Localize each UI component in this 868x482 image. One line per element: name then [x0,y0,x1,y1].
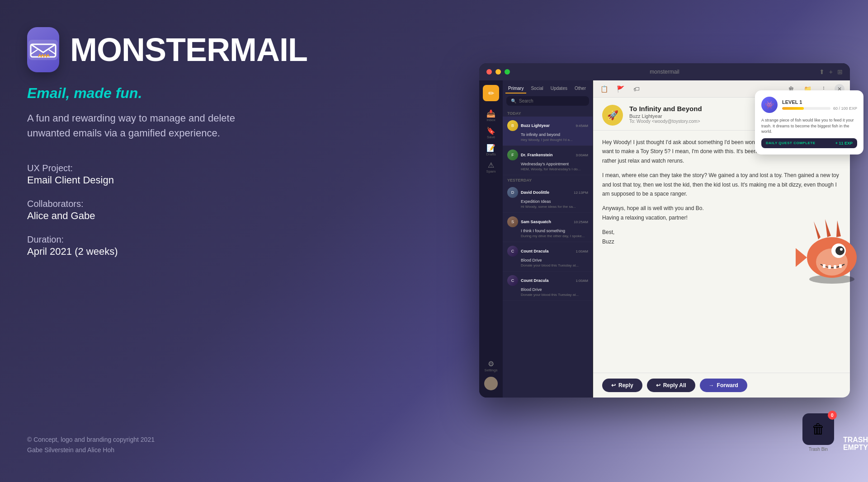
game-panel: 👾 LEVEL 1 60 / 100 EXP A strange piece o… [755,90,863,160]
icon-sidebar: ✏ 📥 Inbox 🔖 Save 📝 Drafts [479,80,503,398]
settings-icon: ⚙ [488,360,494,368]
sidebar-item-drafts[interactable]: 📝 Drafts [483,142,499,158]
save-icon: 🔖 [486,126,495,135]
quest-reward: + 11 EXP [835,141,853,145]
svg-rect-9 [828,265,831,269]
david-sender: David Doolittle [521,190,571,195]
quest-label: DAILY QUEST COMPLETE [766,141,816,145]
dracula2-subject: Blood Drive [507,287,588,292]
trash-bin-icon[interactable]: 🗑 0 [802,413,834,445]
sidebar-item-save[interactable]: 🔖 Save [483,125,499,141]
meta-collaborators: Collaborators: Alice and Gabe [27,199,307,222]
frank-time: 3:00AM [576,153,588,157]
david-time: 12:13PM [574,191,588,195]
dracula2-preview: Donate your blood this Tuesday at... [507,293,588,297]
project-label: UX Project: [27,163,307,173]
frank-avatar: F [507,150,518,160]
tab-other[interactable]: Other [572,84,589,94]
frank-sender: Dr. Frankenstein [521,153,573,157]
svg-point-7 [840,248,843,251]
close-dot[interactable] [486,69,492,75]
trash-bin-label: Trash Bin [809,447,828,452]
email-para-2: I mean, where else can they take the sto… [602,171,841,198]
sidebar-user-avatar[interactable] [484,377,498,390]
sidebar-spam-label: Spam [486,169,496,173]
buzz-preview: Hey Woody, I just thought I'd a... [507,138,588,142]
buzz-avatar: B [507,120,518,131]
trash-bin: 🗑 0 Trash Bin [802,413,834,452]
email-item-david[interactable]: D David Doolittle 12:13PM Expedition Ide… [503,183,593,213]
collaborators-label: Collaborators: [27,199,307,209]
grid-icon[interactable]: ⊞ [837,68,843,75]
sidebar-nav-group: 📥 Inbox 🔖 Save 📝 Drafts ⚠ [479,108,503,175]
trash-empty-area: TRASHEMPTY [843,436,868,452]
email-subject-area: To Infinity and Beyond Buzz Lightyear To… [629,105,702,124]
archive-btn[interactable]: 📋 [599,84,609,94]
level-card: 👾 LEVEL 1 60 / 100 EXP A strange piece o… [755,90,863,154]
sam-sender: Sam Sasquatch [521,220,571,224]
buzz-time: 9:45AM [576,124,588,128]
sidebar-item-settings[interactable]: ⚙ Settings [483,358,499,374]
svg-rect-10 [834,265,836,269]
search-icon: 🔍 [511,98,516,103]
dracula2-time: 1:00AM [576,279,588,283]
drafts-icon: 📝 [486,144,495,152]
dracula2-avatar: C [507,275,518,286]
svg-rect-11 [839,264,842,268]
search-bar[interactable]: 🔍 [506,96,589,106]
add-icon[interactable]: + [829,68,833,75]
flag-btn[interactable]: 🚩 [615,84,626,94]
email-list-panel: Primary Social Updates Other 🔍 Today B B… [503,80,593,398]
minimize-dot[interactable] [495,69,501,75]
share-icon[interactable]: ⬆ [819,68,825,75]
meta-duration: Duration: April 2021 (2 weeks) [27,234,307,257]
trash-icon: 🗑 [811,421,825,437]
sidebar-inbox-label: Inbox [486,118,495,122]
email-item-frank[interactable]: F Dr. Frankenstein 3:00AM Wednesday's Ap… [503,146,593,175]
tab-primary[interactable]: Primary [505,84,526,94]
search-input[interactable] [519,98,585,103]
level-avatar: 👾 [761,97,778,113]
forward-icon: → [709,382,714,388]
inbox-icon: 📥 [486,109,495,118]
app-icon-svg [28,40,58,60]
sidebar-drafts-label: Drafts [486,152,495,156]
level-exp: 60 / 100 EXP [833,106,857,111]
app-title: MONSTERMAIL [70,31,307,68]
sender-avatar-large: 🚀 [602,105,623,126]
maximize-dot[interactable] [505,69,510,75]
forward-button[interactable]: → Forward [700,379,747,392]
frank-preview: HEM, Woody, for Wednesday's I do... [507,167,588,171]
email-item-dracula1[interactable]: C Count Dracula 1:00AM Blood Drive Donat… [503,242,593,271]
reply-button[interactable]: ↩ Reply [602,379,642,392]
description: A fun and rewarding way to manage and de… [27,111,271,140]
email-item-dracula2[interactable]: C Count Dracula 1:00AM Blood Drive Donat… [503,271,593,301]
dracula1-preview: Donate your blood this Tuesday at... [507,263,588,267]
reply-all-button[interactable]: ↩ Reply All [647,379,695,392]
monster-svg [796,212,868,285]
level-header: 👾 LEVEL 1 60 / 100 EXP [761,97,857,113]
sam-avatar: S [507,216,518,227]
duration-value: April 2021 (2 weeks) [27,246,307,257]
sam-time: 10:25AM [574,220,588,224]
reply-icon: ↩ [611,382,616,388]
email-item-sam[interactable]: S Sam Sasquatch 10:25AM I think I found … [503,213,593,242]
tag-btn[interactable]: 🏷 [631,84,642,94]
project-value: Email Client Design [27,174,307,186]
logo-area: MONSTERMAIL [27,27,307,72]
tagline: Email, made fun. [27,85,307,102]
email-subject-display: To Infinity and Beyond [629,105,702,112]
sidebar-item-compose[interactable]: ✏ [483,85,499,101]
left-panel: MONSTERMAIL Email, made fun. A fun and r… [27,27,307,270]
sidebar-item-spam[interactable]: ⚠ Spam [483,159,499,175]
sidebar-item-inbox[interactable]: 📥 Inbox [483,108,499,124]
david-subject: Expedition Ideas [507,199,588,204]
tab-updates[interactable]: Updates [548,84,570,94]
level-description: A strange piece of fish would like you t… [761,117,857,135]
sidebar-settings-label: Settings [485,368,498,372]
buzz-sender: Buzz Lightyear [521,123,573,128]
level-info: LEVEL 1 60 / 100 EXP [782,99,857,111]
email-item-buzz[interactable]: B Buzz Lightyear 9:45AM To infinity and … [503,117,593,146]
tab-social[interactable]: Social [528,84,546,94]
dracula1-subject: Blood Drive [507,258,588,262]
